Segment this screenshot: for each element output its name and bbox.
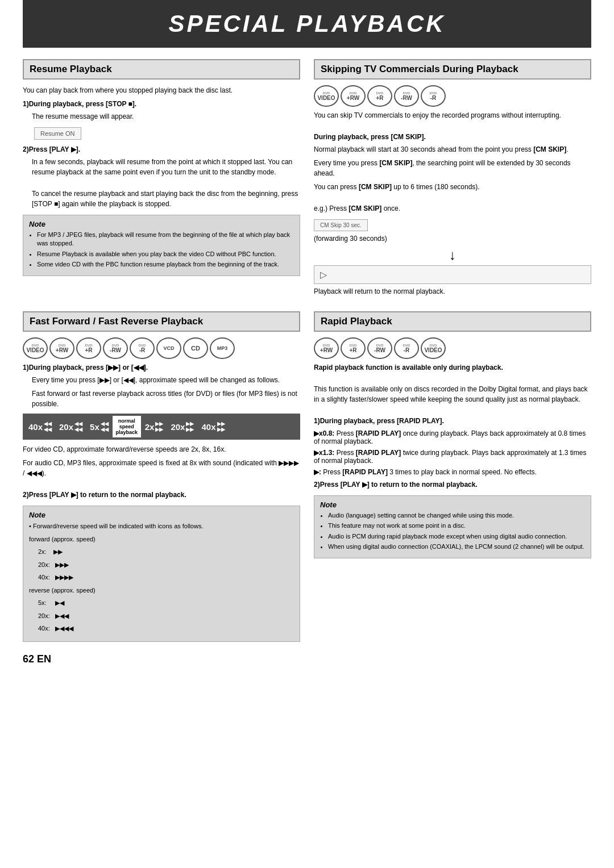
resume-step2-body1: In a few seconds, playback will resume f… bbox=[23, 157, 300, 177]
disc-icon-dvd-rw-plus: DVD+RW bbox=[341, 85, 366, 107]
ff-disc-cd: CD bbox=[183, 337, 208, 359]
speed-40x-fwd: 40x▶▶▶▶ bbox=[198, 419, 228, 434]
disc-icon-dvd-r-minus: DVD-R bbox=[421, 85, 446, 107]
ff-note-5x-rev: 5x: ▶◀ bbox=[29, 598, 294, 608]
ff-note-40x-rev: 40x: ▶◀◀◀ bbox=[29, 624, 294, 633]
ff-note-box: Note • Forward/reverse speed will be ind… bbox=[23, 506, 300, 642]
rapid-disc-minus-rw: DVD-RW bbox=[367, 337, 392, 359]
ff-vcd-note: For video CD, approximate forward/revers… bbox=[23, 444, 300, 454]
rapid-x08-body: Press [RAPID PLAY] once during playback.… bbox=[314, 429, 586, 445]
skipping-section: Skipping TV Commercials During Playback … bbox=[314, 59, 591, 300]
skipping-title: Skipping TV Commercials During Playback bbox=[314, 59, 591, 80]
disc-icon-dvd-rw-minus: DVD-RW bbox=[394, 85, 419, 107]
rapid-section: Rapid Playback DVD+RW DVD+R DVD-RW DVD-R… bbox=[314, 311, 591, 642]
speed-normal: normalspeedplayback bbox=[113, 416, 141, 437]
rapid-note-item-3: Audio is PCM during rapid playback mode … bbox=[328, 532, 585, 541]
fast-forward-section: Fast Forward / Fast Reverse Playback DVD… bbox=[23, 311, 300, 642]
ff-step1-label: 1)During playback, press [▶▶] or [◀◀]. bbox=[23, 362, 300, 373]
rapid-step1-label: 1)During playback, press [RAPID PLAY]. bbox=[314, 416, 591, 426]
rapid-x13-label: ▶x1.3: bbox=[314, 449, 334, 457]
ff-step2-label: 2)Press [PLAY ▶] to return to the normal… bbox=[23, 490, 300, 500]
skipping-body3: You can press [CM SKIP] up to 6 times (1… bbox=[314, 182, 591, 192]
fast-forward-title: Fast Forward / Fast Reverse Playback bbox=[23, 311, 300, 332]
skipping-disc-icons: DVDVIDEO DVD+RW DVD+R DVD-RW DVD-R bbox=[314, 85, 591, 107]
speed-2x-fwd: 2x▶▶▶▶ bbox=[142, 419, 167, 434]
rapid-note-item-2: This feature may not work at some point … bbox=[328, 521, 585, 530]
rapid-x13-body: Press [RAPID PLAY] twice during playback… bbox=[314, 449, 586, 465]
ff-step1-body1: Every time you press [▶▶] or [◀◀], appro… bbox=[23, 375, 300, 385]
resume-step1-sub: The resume message will appear. bbox=[23, 111, 300, 122]
ff-cd-note: For audio CD, MP3 files, approximate spe… bbox=[23, 458, 300, 478]
resume-section: Resume Playback You can play back from w… bbox=[23, 59, 300, 300]
rapid-disc-icons: DVD+RW DVD+R DVD-RW DVD-R DVDVIDEO bbox=[314, 337, 591, 359]
rapid-note-item-4: When using digital audio connection (COA… bbox=[328, 542, 585, 551]
skipping-step-label: During playback, press [CM SKIP]. bbox=[314, 132, 591, 142]
main-title: SPECIAL PLAYBACK bbox=[23, 0, 591, 48]
speed-40x-rev: 40x◀◀◀◀ bbox=[25, 419, 55, 434]
rapid-x08-label: ▶x0.8: bbox=[314, 429, 334, 437]
speed-20x-fwd: 20x▶▶▶▶ bbox=[167, 419, 197, 434]
ff-disc-mp3: MP3 bbox=[210, 337, 235, 359]
bottom-section: Fast Forward / Fast Reverse Playback DVD… bbox=[23, 311, 591, 642]
rapid-x-label: ▶: bbox=[314, 468, 321, 476]
rapid-title: Rapid Playback bbox=[314, 311, 591, 332]
top-section: Resume Playback You can play back from w… bbox=[23, 59, 591, 300]
playback-return-label: Playback will return to the normal playb… bbox=[314, 286, 591, 297]
speed-20x-rev: 20x◀◀◀◀ bbox=[56, 419, 86, 434]
resume-step2-label: 2)Press [PLAY ▶]. bbox=[23, 144, 300, 155]
ff-note-forward-label: forward (approx. speed) bbox=[29, 535, 294, 544]
ff-disc-vcd: VCD bbox=[156, 337, 181, 359]
resume-note-item-3: Some video CD with the PBC function resu… bbox=[37, 260, 294, 269]
ff-note-reverse-label: reverse (approx. speed) bbox=[29, 586, 294, 595]
playback-return-box: ▷ bbox=[314, 265, 591, 284]
ff-note-40x: 40x: ▶▶▶▶ bbox=[29, 573, 294, 582]
speed-table: 40x◀◀◀◀ 20x◀◀◀◀ 5x◀◀◀◀ normalspeedplayba… bbox=[23, 414, 300, 440]
resume-note-box: Note For MP3 / JPEG files, playback will… bbox=[23, 215, 300, 276]
skipping-body2: Every time you press [CM SKIP], the sear… bbox=[314, 158, 591, 178]
ff-step1-body2: Fast forward or fast reverse playback ac… bbox=[23, 389, 300, 409]
resume-step1-label: 1)During playback, press [STOP ■]. bbox=[23, 99, 300, 109]
ff-note-title: Note bbox=[29, 511, 294, 519]
page-number: 62 EN bbox=[23, 653, 591, 665]
rapid-disc-minus-r: DVD-R bbox=[394, 337, 419, 359]
cm-skip-box: CM Skip 30 sec. bbox=[314, 219, 368, 231]
play-arrow-icon: ▷ bbox=[320, 270, 327, 279]
resume-intro: You can play back from where you stopped… bbox=[23, 85, 300, 95]
forwarding-label: (forwarding 30 seconds) bbox=[314, 233, 591, 244]
page: SPECIAL PLAYBACK Resume Playback You can… bbox=[0, 0, 614, 688]
ff-disc-icons: DVDVIDEO DVD+RW DVD+R DVD-RW DVD-R VCD C… bbox=[23, 337, 300, 359]
rapid-step2-label: 2)Press [PLAY ▶] to return to the normal… bbox=[314, 479, 591, 490]
ff-disc-dvd-minus-r: DVD-R bbox=[130, 337, 155, 359]
disc-icon-dvd-r-plus: DVD+R bbox=[367, 85, 392, 107]
ff-note-2x: 2x: ▶▶ bbox=[29, 547, 294, 557]
ff-disc-dvd-video: DVDVIDEO bbox=[23, 337, 48, 359]
ff-note-intro: • Forward/reverse speed will be indicate… bbox=[29, 521, 294, 531]
rapid-intro: This function is available only on discs… bbox=[314, 384, 591, 404]
resume-note-item-1: For MP3 / JPEG files, playback will resu… bbox=[37, 231, 294, 248]
resume-note-item-2: Resume Playback is available when you pl… bbox=[37, 250, 294, 258]
rapid-x08-row: ▶x0.8: Press [RAPID PLAY] once during pl… bbox=[314, 429, 591, 445]
resume-on-box: Resume ON bbox=[34, 127, 81, 140]
speed-5x-rev: 5x◀◀◀◀ bbox=[86, 419, 112, 434]
disc-icon-dvd-video: DVDVIDEO bbox=[314, 85, 339, 107]
rapid-bold-note: Rapid playback function is available onl… bbox=[314, 362, 591, 373]
skipping-eg: e.g.) Press [CM SKIP] once. bbox=[314, 203, 591, 214]
ff-disc-dvd-minus-rw: DVD-RW bbox=[103, 337, 128, 359]
resume-note-list: For MP3 / JPEG files, playback will resu… bbox=[29, 231, 294, 269]
rapid-disc-video: DVDVIDEO bbox=[421, 337, 446, 359]
rapid-disc-plus-rw: DVD+RW bbox=[314, 337, 339, 359]
skipping-intro: You can skip TV commercials to enjoy the… bbox=[314, 110, 591, 120]
rapid-note-item-1: Audio (language) setting cannot be chang… bbox=[328, 511, 585, 520]
rapid-x13-row: ▶x1.3: Press [RAPID PLAY] twice during p… bbox=[314, 449, 591, 465]
ff-disc-dvd-plus-rw: DVD+RW bbox=[49, 337, 74, 359]
rapid-note-list: Audio (language) setting cannot be chang… bbox=[320, 511, 585, 552]
resume-title: Resume Playback bbox=[23, 59, 300, 80]
rapid-note-box: Note Audio (language) setting cannot be … bbox=[314, 495, 591, 558]
rapid-disc-plus-r: DVD+R bbox=[341, 337, 366, 359]
ff-note-20x: 20x: ▶▶▶ bbox=[29, 560, 294, 570]
resume-step2-body2: To cancel the resume playback and start … bbox=[23, 189, 300, 209]
down-arrow-icon: ↓ bbox=[314, 247, 591, 263]
ff-note-20x-rev: 20x: ▶◀◀ bbox=[29, 611, 294, 621]
rapid-x-body: Press [RAPID PLAY] 3 times to play back … bbox=[323, 468, 537, 476]
rapid-note-title: Note bbox=[320, 500, 585, 509]
